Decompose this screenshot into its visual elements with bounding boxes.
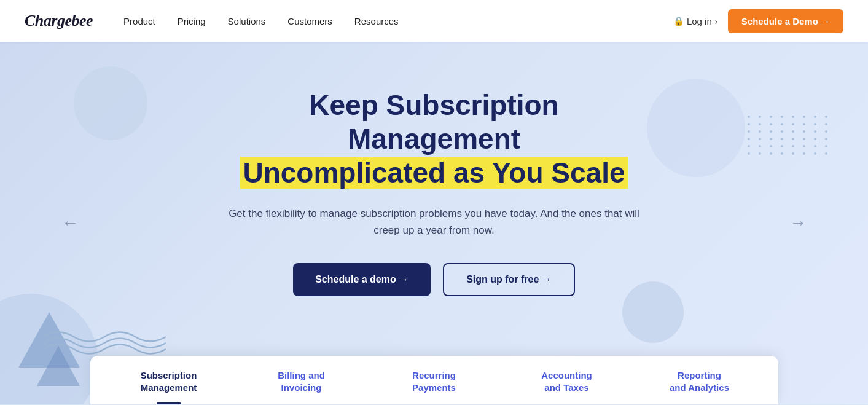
hero-title-line1: Keep Subscription Management (309, 89, 558, 155)
tab-reporting-analytics-label: Reportingand Analytics (646, 369, 754, 393)
tab-accounting-taxes[interactable]: Accountingand Taxes (501, 356, 633, 404)
navbar: Chargebee Product Pricing Solutions Cust… (0, 0, 868, 42)
nav-item-resources[interactable]: Resources (354, 16, 399, 26)
tab-reporting-analytics[interactable]: Reportingand Analytics (633, 356, 766, 404)
login-label: Log in (687, 16, 712, 26)
tab-recurring-payments[interactable]: RecurringPayments (368, 356, 501, 404)
hero-content: Keep Subscription Management Uncomplicat… (219, 88, 649, 296)
tab-accounting-taxes-label: Accountingand Taxes (513, 369, 621, 393)
logo[interactable]: Chargebee (25, 12, 93, 30)
lock-icon: 🔒 (673, 16, 684, 26)
signup-button[interactable]: Sign up for free → (443, 263, 575, 296)
hero-buttons: Schedule a demo → Sign up for free → (219, 263, 649, 296)
nav-item-solutions[interactable]: Solutions (228, 16, 266, 26)
hero-subtitle: Get the flexibility to manage subscripti… (219, 205, 649, 238)
prev-arrow[interactable]: ← (61, 213, 79, 233)
deco-dots: // Generate 48 dots for(let i=0;i<48;i++… (748, 116, 831, 155)
deco-circle-right (647, 79, 745, 177)
tab-subscription-management[interactable]: SubscriptionManagement (103, 356, 235, 404)
bottom-tabs: SubscriptionManagement Billing andInvoic… (90, 356, 778, 404)
tab-billing-invoicing[interactable]: Billing andInvoicing (235, 356, 368, 404)
login-button[interactable]: 🔒 Log in › (673, 16, 718, 26)
hero-title: Keep Subscription Management Uncomplicat… (219, 88, 649, 191)
next-arrow[interactable]: → (789, 213, 807, 233)
nav-right: 🔒 Log in › Schedule a Demo → (673, 9, 843, 33)
tab-billing-invoicing-label: Billing andInvoicing (248, 369, 356, 393)
tab-recurring-payments-label: RecurringPayments (380, 369, 488, 393)
tab-subscription-management-label: SubscriptionManagement (115, 369, 223, 393)
nav-links: Product Pricing Solutions Customers Reso… (123, 16, 673, 26)
deco-wave (43, 331, 166, 355)
hero-title-line2: Uncomplicated as You Scale (240, 157, 627, 189)
nav-item-product[interactable]: Product (123, 16, 155, 26)
login-arrow: › (715, 16, 718, 26)
hero-section: // Generate 48 dots for(let i=0;i<48;i++… (0, 42, 868, 404)
schedule-demo-nav-button[interactable]: Schedule a Demo → (728, 9, 843, 33)
nav-item-pricing[interactable]: Pricing (178, 16, 206, 26)
schedule-demo-button[interactable]: Schedule a demo → (293, 263, 431, 296)
deco-circle-2 (74, 66, 147, 140)
nav-item-customers[interactable]: Customers (287, 16, 332, 26)
